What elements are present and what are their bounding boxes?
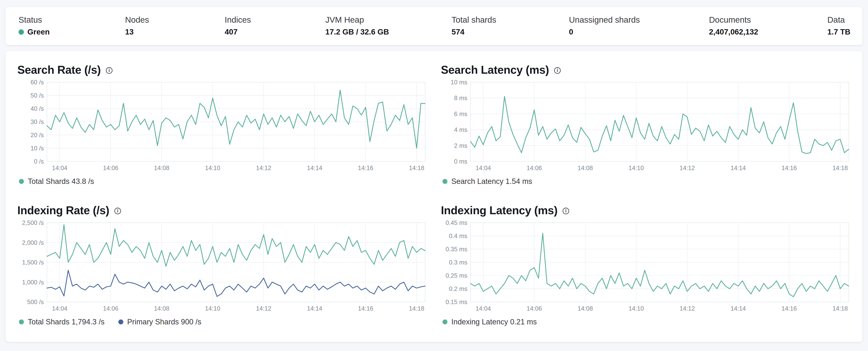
- x-tick-label: 14:06: [527, 165, 542, 171]
- chart-plot-search-latency[interactable]: 0 ms2 ms4 ms6 ms8 ms10 ms14:0414:0614:08…: [441, 80, 850, 172]
- stat-label: Unassigned shards: [569, 15, 709, 25]
- cluster-status-bar: Status Green Nodes 13 Indices 407 JVM He…: [5, 7, 863, 45]
- y-tick-label: 30 /s: [31, 118, 44, 125]
- chart-search-rate: Search Rate (/s) 0 /s10 /s20 /s30 /s40 /…: [18, 63, 427, 186]
- stat-label: Status: [19, 15, 125, 25]
- x-tick-label: 14:08: [578, 165, 593, 171]
- chart-title: Indexing Latency (ms): [441, 204, 557, 217]
- x-tick-label: 14:12: [680, 305, 695, 312]
- legend-dot-icon: [19, 319, 24, 324]
- y-tick-label: 2,500 /s: [22, 220, 44, 226]
- y-tick-label: 1,500 /s: [22, 259, 44, 266]
- chart-title: Search Rate (/s): [18, 63, 101, 76]
- legend-label: Total Shards 43.8 /s: [28, 177, 94, 186]
- x-tick-label: 14:14: [307, 165, 322, 171]
- chart-svg: 0 ms2 ms4 ms6 ms8 ms10 ms14:0414:0614:08…: [441, 80, 850, 172]
- x-tick-label: 14:14: [731, 165, 746, 171]
- chart-indexing-rate: Indexing Rate (/s) 500 /s1,000 /s1,500 /…: [18, 204, 427, 326]
- series-line: [47, 90, 425, 148]
- legend-dot-icon: [118, 319, 123, 324]
- series-line: [47, 270, 425, 296]
- x-tick-label: 14:16: [358, 165, 373, 171]
- info-icon[interactable]: [114, 207, 121, 215]
- x-tick-label: 14:16: [782, 305, 797, 312]
- x-tick-label: 14:16: [782, 165, 797, 171]
- x-tick-label: 14:10: [205, 165, 220, 171]
- x-tick-label: 14:08: [154, 165, 169, 171]
- chart-legend: Search Latency 1.54 ms: [441, 177, 850, 186]
- x-tick-label: 14:04: [476, 305, 491, 312]
- info-icon[interactable]: [562, 207, 569, 215]
- x-tick-label: 14:18: [409, 305, 424, 312]
- stat-value: 17.2 GB / 32.6 GB: [325, 28, 452, 36]
- y-tick-label: 0.25 ms: [446, 272, 467, 279]
- info-icon[interactable]: [554, 67, 561, 74]
- x-tick-label: 14:18: [833, 305, 848, 312]
- legend-dot-icon: [442, 319, 447, 324]
- status-value-text: Green: [27, 28, 50, 36]
- legend-item[interactable]: Indexing Latency 0.21 ms: [442, 318, 537, 326]
- chart-legend: Total Shards 43.8 /s: [18, 177, 427, 186]
- y-tick-label: 0 /s: [34, 158, 44, 165]
- chart-svg: 0.15 ms0.2 ms0.25 ms0.3 ms0.35 ms0.4 ms0…: [441, 220, 850, 313]
- chart-legend: Indexing Latency 0.21 ms: [441, 318, 850, 326]
- x-tick-label: 14:06: [527, 305, 542, 312]
- y-tick-label: 1,000 /s: [22, 279, 44, 286]
- legend-item[interactable]: Primary Shards 900 /s: [118, 318, 202, 326]
- chart-svg: 500 /s1,000 /s1,500 /s2,000 /s2,500 /s14…: [18, 220, 427, 313]
- x-tick-label: 14:14: [731, 305, 746, 312]
- info-icon[interactable]: [105, 67, 113, 74]
- y-tick-label: 2 ms: [454, 142, 467, 149]
- x-tick-label: 14:04: [52, 305, 67, 312]
- stat-unassigned-shards: Unassigned shards 0: [569, 15, 709, 36]
- chart-title: Indexing Rate (/s): [18, 204, 109, 217]
- chart-plot-indexing-rate[interactable]: 500 /s1,000 /s1,500 /s2,000 /s2,500 /s14…: [18, 220, 427, 313]
- stat-documents: Documents 2,407,062,132: [709, 15, 827, 36]
- stat-label: Data: [827, 15, 854, 25]
- legend-dot-icon: [442, 179, 447, 184]
- legend-item[interactable]: Total Shards 1,794.3 /s: [19, 318, 104, 326]
- stat-label: Indices: [225, 15, 325, 25]
- chart-indexing-latency: Indexing Latency (ms) 0.15 ms0.2 ms0.25 …: [441, 204, 850, 326]
- x-tick-label: 14:08: [578, 305, 593, 312]
- y-tick-label: 0.3 ms: [449, 259, 467, 266]
- x-tick-label: 14:06: [103, 305, 118, 312]
- x-tick-label: 14:14: [307, 305, 322, 312]
- x-tick-label: 14:16: [358, 305, 373, 312]
- stat-label: Nodes: [125, 15, 225, 25]
- y-tick-label: 0.15 ms: [446, 299, 467, 306]
- legend-dot-icon: [19, 179, 24, 184]
- y-tick-label: 4 ms: [454, 126, 467, 133]
- y-tick-label: 0.2 ms: [449, 285, 467, 292]
- legend-label: Total Shards 1,794.3 /s: [28, 318, 104, 326]
- legend-label: Primary Shards 900 /s: [127, 318, 202, 326]
- chart-plot-search-rate[interactable]: 0 /s10 /s20 /s30 /s40 /s50 /s60 /s14:041…: [18, 80, 427, 172]
- stat-total-shards: Total shards 574: [452, 15, 569, 36]
- y-tick-label: 2,000 /s: [22, 239, 44, 246]
- x-tick-label: 14:04: [52, 165, 67, 171]
- series-line: [470, 97, 849, 153]
- x-tick-label: 14:12: [256, 305, 272, 312]
- legend-item[interactable]: Total Shards 43.8 /s: [19, 177, 94, 186]
- stat-label: JVM Heap: [325, 15, 452, 25]
- x-tick-label: 14:10: [628, 165, 644, 171]
- stat-status: Status Green: [19, 15, 125, 36]
- chart-title-row: Search Rate (/s): [18, 63, 427, 76]
- stat-value: 2,407,062,132: [709, 28, 827, 36]
- x-tick-label: 14:06: [103, 165, 118, 171]
- legend-item[interactable]: Search Latency 1.54 ms: [442, 177, 532, 186]
- stat-value: 13: [125, 28, 225, 36]
- chart-title-row: Indexing Rate (/s): [18, 204, 427, 217]
- y-tick-label: 500 /s: [27, 299, 44, 306]
- y-tick-label: 0.4 ms: [449, 233, 467, 240]
- metrics-panel: Search Rate (/s) 0 /s10 /s20 /s30 /s40 /…: [5, 51, 863, 342]
- x-tick-label: 14:18: [833, 165, 848, 171]
- chart-search-latency: Search Latency (ms) 0 ms2 ms4 ms6 ms8 ms…: [441, 63, 850, 186]
- stat-data-size: Data 1.7 TB: [827, 15, 854, 36]
- y-tick-label: 0.45 ms: [446, 220, 467, 226]
- legend-label: Search Latency 1.54 ms: [452, 177, 532, 186]
- x-tick-label: 14:08: [154, 305, 169, 312]
- chart-title-row: Indexing Latency (ms): [441, 204, 850, 217]
- chart-plot-indexing-latency[interactable]: 0.15 ms0.2 ms0.25 ms0.3 ms0.35 ms0.4 ms0…: [441, 220, 850, 313]
- y-tick-label: 0.35 ms: [446, 246, 467, 253]
